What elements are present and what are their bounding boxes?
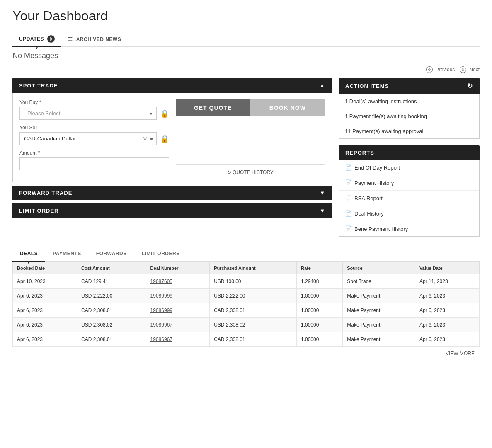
page-title: Your Dashboard <box>12 8 480 24</box>
cell-source: Make Payment <box>343 318 415 332</box>
tab-updates-label: UPDATES <box>19 36 44 42</box>
amount-label: Amount * <box>19 150 169 156</box>
tab-deals[interactable]: DEALS <box>12 247 45 262</box>
tab-archived-news[interactable]: ☷ ARCHIVED NEWS <box>61 33 128 46</box>
report-item-3[interactable]: 📄 BSA Report <box>339 191 479 206</box>
you-buy-label: You Buy * <box>19 99 169 105</box>
col-source: Source <box>343 262 415 274</box>
cell-booked-date: Apr 6, 2023 <box>13 318 77 332</box>
limit-order-title: LIMIT ORDER <box>19 208 59 214</box>
table-row: Apr 6, 2023 USD 2,308.02 19086967 USD 2,… <box>13 318 480 332</box>
col-booked-date: Booked Date <box>13 262 77 274</box>
sell-clear-button[interactable]: ✕ <box>143 136 148 142</box>
quote-history-icon: ↻ <box>227 170 231 175</box>
col-deal-number: Deal Number <box>146 262 210 274</box>
cell-rate: 1.00000 <box>297 303 343 318</box>
cell-purchased-amount: USD 2,222.00 <box>210 289 297 303</box>
you-sell-row: You Sell CAD-Canadian Dollar ✕ ▼ 🔒 <box>19 125 169 145</box>
next-button[interactable]: ⊕ Next <box>460 66 480 73</box>
report-label-3: BSA Report <box>354 195 383 201</box>
you-buy-select[interactable]: - Please Select - <box>19 107 157 120</box>
deal-link-0[interactable]: 19087605 <box>150 278 172 284</box>
action-item-1: 1 Deal(s) awaiting instructions <box>339 94 479 109</box>
spot-trade-header: SPOT TRADE ▲ <box>12 78 332 93</box>
quote-history-link[interactable]: ↻ QUOTE HISTORY <box>176 170 325 175</box>
main-layout: SPOT TRADE ▲ You Buy * - Please Select - <box>12 78 480 237</box>
tab-limit-orders[interactable]: LIMIT ORDERS <box>134 247 187 261</box>
cell-booked-date: Apr 6, 2023 <box>13 303 77 318</box>
deal-link-2[interactable]: 19086999 <box>150 308 172 313</box>
you-sell-label: You Sell <box>19 125 169 131</box>
deal-link-4[interactable]: 19086967 <box>150 337 172 342</box>
cell-cost-amount: CAD 2,308.01 <box>77 332 146 347</box>
tab-updates[interactable]: UPDATES 0 <box>12 32 61 47</box>
refresh-icon[interactable]: ↻ <box>467 82 473 90</box>
doc-icon-3: 📄 <box>345 195 352 201</box>
report-item-5[interactable]: 📄 Bene Payment History <box>339 221 479 236</box>
report-label-4: Deal History <box>354 211 384 217</box>
forward-trade-section[interactable]: FORWARD TRADE ▼ <box>12 186 332 200</box>
doc-icon-2: 📄 <box>345 179 352 186</box>
tab-payments[interactable]: PAYMENTS <box>45 247 89 261</box>
cell-booked-date: Apr 6, 2023 <box>13 289 77 303</box>
amount-input[interactable] <box>19 157 169 170</box>
quote-history-label: QUOTE HISTORY <box>233 170 274 175</box>
limit-order-section[interactable]: LIMIT ORDER ▼ <box>12 203 332 218</box>
cell-cost-amount: USD 2,222.00 <box>77 289 146 303</box>
you-buy-select-wrapper: - Please Select - <box>19 107 157 120</box>
action-items-header: ACTION ITEMS ↻ <box>339 78 480 94</box>
cell-deal-number: 19086999 <box>146 303 210 318</box>
cell-value-date: Apr 6, 2023 <box>415 332 479 347</box>
cell-value-date: Apr 6, 2023 <box>415 289 479 303</box>
you-sell-select[interactable]: CAD-Canadian Dollar <box>19 132 157 145</box>
reports-section: REPORTS 📄 End Of Day Report 📄 Payment Hi… <box>339 145 480 237</box>
circle-next-icon: ⊕ <box>460 66 466 73</box>
reports-list: 📄 End Of Day Report 📄 Payment History 📄 … <box>339 160 480 237</box>
cell-rate: 1.00000 <box>297 318 343 332</box>
book-now-button[interactable]: BOOK NOW <box>250 99 325 116</box>
report-label-5: Bene Payment History <box>354 226 408 232</box>
deal-link-3[interactable]: 19086967 <box>150 322 172 328</box>
you-sell-select-wrapper: CAD-Canadian Dollar ✕ ▼ <box>19 132 157 145</box>
bottom-tabs-bar: DEALS PAYMENTS FORWARDS LIMIT ORDERS <box>12 247 480 262</box>
forward-trade-title: FORWARD TRADE <box>19 190 72 196</box>
get-quote-button[interactable]: GET QUOTE <box>176 99 250 116</box>
news-icon: ☷ <box>68 36 73 42</box>
report-item-2[interactable]: 📄 Payment History <box>339 175 479 191</box>
circle-prev-icon: ⊕ <box>426 66 433 73</box>
limit-order-chevron: ▼ <box>320 208 325 214</box>
deals-table: Booked Date Cost Amount Deal Number Purc… <box>12 262 480 347</box>
cell-booked-date: Apr 10, 2023 <box>13 274 77 289</box>
cell-value-date: Apr 6, 2023 <box>415 303 479 318</box>
deal-link-1[interactable]: 19086999 <box>150 293 172 299</box>
cell-source: Make Payment <box>343 289 415 303</box>
forward-trade-chevron: ▼ <box>320 190 325 196</box>
spot-trade-section: SPOT TRADE ▲ You Buy * - Please Select - <box>12 78 332 182</box>
quote-area: GET QUOTE BOOK NOW ↻ QUOTE HISTORY <box>176 99 325 175</box>
pagination: ⊕ Previous ⊕ Next <box>12 66 480 73</box>
doc-icon-1: 📄 <box>345 164 352 171</box>
no-messages-text: No Messages <box>12 51 480 60</box>
report-item-4[interactable]: 📄 Deal History <box>339 206 479 221</box>
spot-trade-chevron[interactable]: ▲ <box>319 82 325 89</box>
col-purchased-amount: Purchased Amount <box>210 262 297 274</box>
bottom-section: DEALS PAYMENTS FORWARDS LIMIT ORDERS Boo… <box>12 247 480 360</box>
report-label-1: End Of Day Report <box>354 165 400 171</box>
tab-forwards[interactable]: FORWARDS <box>89 247 134 261</box>
cell-value-date: Apr 6, 2023 <box>415 318 479 332</box>
spot-trade-body: You Buy * - Please Select - 🔒 <box>12 93 332 182</box>
cell-rate: 1.29408 <box>297 274 343 289</box>
table-row: Apr 10, 2023 CAD 129.41 19087605 USD 100… <box>13 274 480 289</box>
report-label-2: Payment History <box>354 180 394 186</box>
deals-table-body: Apr 10, 2023 CAD 129.41 19087605 USD 100… <box>13 274 480 347</box>
cell-source: Spot Trade <box>343 274 415 289</box>
report-item-1[interactable]: 📄 End Of Day Report <box>339 160 479 175</box>
view-more-link[interactable]: VIEW MORE <box>12 347 480 360</box>
cell-rate: 1.00000 <box>297 289 343 303</box>
action-buttons: GET QUOTE BOOK NOW <box>176 99 325 116</box>
previous-button[interactable]: ⊕ Previous <box>426 66 455 73</box>
deals-table-header: Booked Date Cost Amount Deal Number Purc… <box>13 262 480 274</box>
action-item-2: 1 Payment file(s) awaiting booking <box>339 109 479 124</box>
action-item-3: 11 Payment(s) awaiting approval <box>339 124 479 138</box>
action-items-list: 1 Deal(s) awaiting instructions 1 Paymen… <box>339 94 480 139</box>
